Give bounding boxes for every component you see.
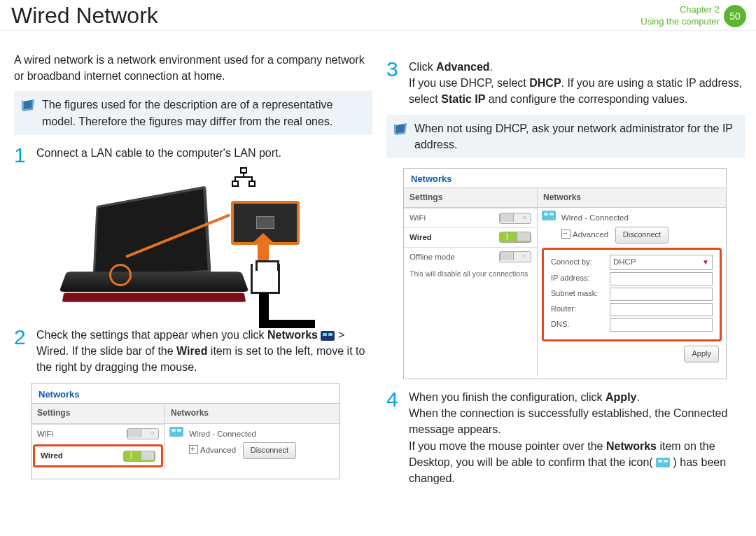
networks-header: Networks — [538, 188, 726, 208]
step-4-number: 4 — [386, 389, 402, 486]
connected-icon — [169, 427, 183, 437]
laptop-illustration — [70, 173, 372, 320]
subnet-mask-input[interactable] — [610, 288, 713, 301]
note-icon — [20, 97, 36, 113]
note-box-right: When not using DHCP, ask your network ad… — [386, 115, 745, 158]
step-4-text: When you ﬁnish the conﬁguration, click A… — [409, 389, 745, 486]
step-3: 3 Click Advanced. If you use DHCP, selec… — [386, 59, 745, 108]
step-1-number: 1 — [14, 145, 29, 166]
wifi-toggle[interactable] — [499, 213, 531, 224]
step-1: 1 Connect a LAN cable to the computer's … — [14, 145, 372, 166]
svg-rect-0 — [241, 168, 246, 173]
lan-tree-icon — [231, 167, 256, 188]
ip-settings-panel: Connect by: DHCP▼ IP address: Subnet mas… — [544, 250, 720, 339]
collapse-icon[interactable] — [561, 230, 570, 239]
advanced-label[interactable]: Advanced — [200, 446, 236, 454]
offline-toggle[interactable] — [499, 251, 531, 262]
note-text-right: When not using DHCP, ask your network ad… — [414, 122, 733, 150]
wired-status: Wired - Connected Advanced Disconnect — [538, 208, 726, 246]
wired-row[interactable]: Wired — [404, 227, 537, 247]
chapter-block: Chapter 2 Using the computer 50 — [640, 4, 746, 27]
networks-screenshot-advanced: Networks Settings WiFi Wired Offline mod… — [403, 168, 727, 379]
page-header: Wired Network Chapter 2 Using the comput… — [0, 0, 756, 31]
note-text-left: The ﬁgures used for the description are … — [42, 99, 332, 127]
port-highlight-circle — [109, 264, 132, 286]
step-2-text: Check the settings that appear when you … — [36, 327, 372, 376]
connect-by-row: Connect by: DHCP▼ — [551, 255, 713, 270]
note-box-left: The ﬁgures used for the description are … — [14, 91, 372, 134]
apply-button[interactable]: Apply — [684, 346, 719, 362]
page-title: Wired Network — [11, 3, 158, 29]
insert-arrow-icon — [258, 241, 269, 262]
networks-inline-icon — [656, 458, 670, 467]
wifi-toggle[interactable] — [127, 428, 159, 439]
advanced-label[interactable]: Advanced — [573, 230, 608, 239]
connect-by-select[interactable]: DHCP▼ — [610, 255, 713, 270]
wired-status: Wired - Connected Advanced Disconnect — [165, 424, 340, 463]
chapter-subtitle: Using the computer — [640, 16, 720, 27]
networks-inline-icon — [321, 331, 335, 341]
right-column: 3 Click Advanced. If you use DHCP, selec… — [386, 52, 745, 486]
window-title: Networks — [404, 169, 726, 188]
rj45-plug-icon — [251, 264, 280, 294]
page-number-badge: 50 — [724, 5, 746, 27]
step-4: 4 When you ﬁnish the conﬁguration, click… — [386, 389, 745, 486]
step-2-number: 2 — [14, 327, 29, 376]
left-column: A wired network is a network environment… — [14, 52, 372, 486]
offline-row[interactable]: Offline mode — [404, 247, 537, 267]
wired-toggle[interactable] — [123, 451, 155, 462]
step-2: 2 Check the settings that appear when yo… — [14, 327, 372, 376]
disconnect-button[interactable]: Disconnect — [243, 442, 296, 459]
networks-header: Networks — [165, 403, 340, 423]
note-icon — [392, 120, 409, 137]
dropdown-icon: ▼ — [702, 258, 709, 268]
step-3-number: 3 — [386, 59, 402, 108]
settings-header: Settings — [31, 403, 164, 423]
wifi-row[interactable]: WiFi — [404, 208, 537, 227]
step-3-text: Click Advanced. If you use DHCP, select … — [409, 59, 745, 108]
svg-rect-2 — [249, 181, 255, 186]
networks-screenshot-basic: Networks Settings WiFi Wired Networks — [31, 383, 340, 479]
settings-header: Settings — [404, 188, 537, 208]
connected-icon — [542, 211, 556, 220]
wired-connected-label: Wired - Connected — [561, 212, 719, 224]
cable-wire — [259, 293, 269, 321]
wifi-row[interactable]: WiFi — [31, 424, 164, 444]
step-1-text: Connect a LAN cable to the computer's LA… — [36, 145, 372, 166]
wired-row-highlighted[interactable]: Wired — [33, 444, 163, 467]
ip-address-input[interactable] — [610, 272, 713, 285]
expand-icon[interactable] — [189, 445, 198, 454]
window-title: Networks — [31, 384, 340, 403]
disconnect-button[interactable]: Disconnect — [615, 227, 668, 244]
laptop-body — [70, 194, 231, 313]
svg-rect-1 — [232, 181, 238, 186]
offline-note: This will disable all your connections — [404, 266, 537, 285]
intro-text: A wired network is a network environment… — [14, 52, 372, 84]
router-input[interactable] — [610, 303, 713, 316]
wired-connected-label: Wired - Connected — [189, 428, 332, 440]
wired-toggle[interactable] — [499, 232, 531, 243]
chapter-label: Chapter 2 — [640, 4, 720, 15]
dns-input[interactable] — [610, 318, 713, 332]
